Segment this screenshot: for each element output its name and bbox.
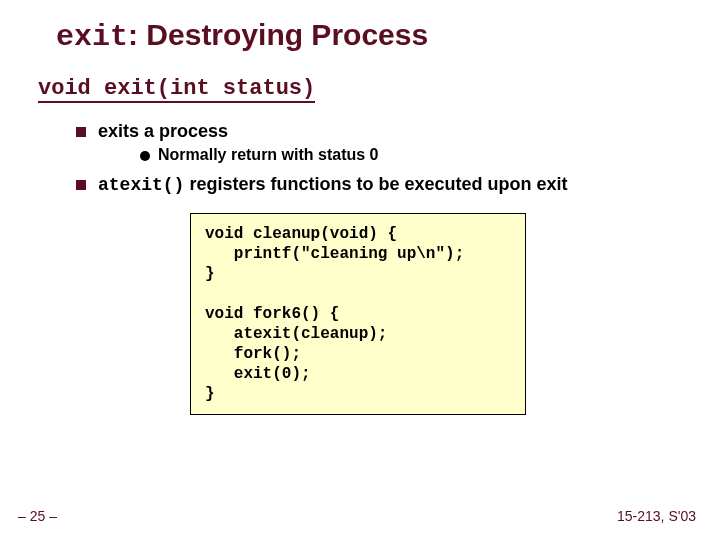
square-bullet-icon: [76, 180, 86, 190]
page-number: – 25 –: [18, 508, 57, 524]
dot-bullet-icon: [140, 151, 150, 161]
subbullet-text: Normally return with status 0: [158, 146, 379, 164]
inline-code: atexit(): [98, 175, 184, 195]
bullet-text: exits a process: [98, 121, 228, 142]
function-signature: void exit(int status): [38, 76, 315, 103]
slide-title: exit: Destroying Process: [56, 18, 682, 54]
bullet-item: atexit() registers functions to be execu…: [76, 174, 682, 195]
bullet-text: atexit() registers functions to be execu…: [98, 174, 568, 195]
course-label: 15-213, S'03: [617, 508, 696, 524]
bullet-item: exits a process: [76, 121, 682, 142]
title-code: exit: [56, 20, 128, 54]
square-bullet-icon: [76, 127, 86, 137]
code-block: void cleanup(void) { printf("cleaning up…: [190, 213, 526, 415]
bullet-rest: registers functions to be executed upon …: [184, 174, 567, 194]
subbullet-item: Normally return with status 0: [140, 146, 682, 164]
title-rest: : Destroying Process: [128, 18, 428, 51]
